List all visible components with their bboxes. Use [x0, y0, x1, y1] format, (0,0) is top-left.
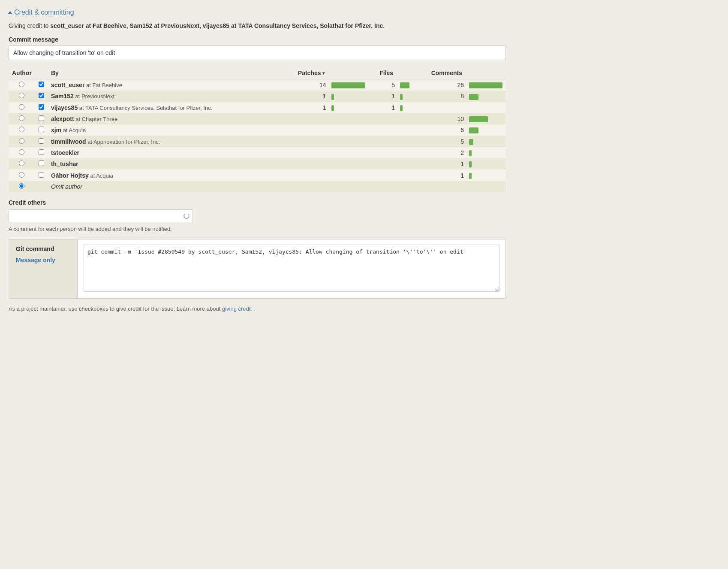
patches-count [281, 147, 328, 158]
author-checkbox[interactable] [39, 127, 44, 132]
comments-count: 6 [413, 124, 466, 136]
section-header[interactable]: Credit & committing [9, 9, 506, 16]
author-at: at Chapter Three [74, 116, 118, 122]
patches-bar [331, 105, 334, 111]
section-title: Credit & committing [14, 9, 74, 16]
author-checkbox[interactable] [39, 82, 44, 87]
comments-bar-cell [466, 113, 506, 124]
author-checkbox-cell[interactable] [35, 169, 48, 181]
omit-blank-cell [35, 181, 48, 192]
patches-count [281, 124, 328, 136]
credit-others-input[interactable] [9, 209, 193, 222]
patches-bar [331, 94, 334, 100]
author-checkbox-cell[interactable] [35, 102, 48, 113]
author-checkbox-cell[interactable] [35, 147, 48, 158]
files-count: 1 [368, 91, 397, 102]
patches-bar-cell [328, 79, 368, 91]
comments-count: 1 [413, 169, 466, 181]
giving-credit-link[interactable]: giving credit [222, 306, 252, 312]
table-row: th_tushar1 [9, 158, 506, 169]
author-radio-cell[interactable] [9, 102, 35, 113]
credit-others-hint: A comment for each person will be added … [9, 226, 506, 232]
author-checkbox-cell[interactable] [35, 136, 48, 147]
author-name: vijaycs85 [51, 104, 78, 111]
table-row: timmillwood at Appnovation for Pfizer, I… [9, 136, 506, 147]
files-bar [400, 105, 403, 111]
author-checkbox[interactable] [39, 149, 44, 155]
files-header: Files [368, 67, 397, 79]
author-radio-cell[interactable] [9, 113, 35, 124]
author-checkbox[interactable] [39, 104, 44, 110]
giving-credit-authors: scott_euser at Fat Beehive, Sam152 at Pr… [50, 22, 385, 29]
authors-table: Author By Patches ▾ Files Comments scott… [9, 67, 506, 192]
author-checkbox-cell[interactable] [35, 113, 48, 124]
comments-count: 8 [413, 91, 466, 102]
author-radio-cell[interactable] [9, 79, 35, 91]
files-bar-cell [397, 124, 413, 136]
patches-bar-cell [328, 147, 368, 158]
comments-header: Comments [413, 67, 466, 79]
author-checkbox[interactable] [39, 138, 44, 144]
files-count [368, 113, 397, 124]
collapse-triangle-icon[interactable] [8, 11, 12, 14]
patches-header[interactable]: Patches ▾ [281, 67, 328, 79]
patches-count [281, 136, 328, 147]
author-checkbox[interactable] [39, 115, 44, 121]
comments-bar-header [466, 67, 506, 79]
author-name: alexpott [51, 115, 74, 122]
comments-bar [469, 150, 472, 156]
comments-bar [469, 82, 502, 88]
comments-count [413, 102, 466, 113]
author-checkbox-cell[interactable] [35, 79, 48, 91]
author-radio[interactable] [19, 160, 24, 166]
author-radio-cell[interactable] [9, 91, 35, 102]
author-radio[interactable] [19, 115, 24, 121]
author-radio-cell[interactable] [9, 124, 35, 136]
files-bar-cell [397, 136, 413, 147]
author-radio-cell[interactable] [9, 169, 35, 181]
omit-radio-cell[interactable] [9, 181, 35, 192]
patches-bar-cell [328, 136, 368, 147]
author-name: tstoeckler [51, 149, 79, 156]
author-checkbox-cell[interactable] [35, 158, 48, 169]
files-bar-cell [397, 113, 413, 124]
author-radio[interactable] [19, 93, 24, 98]
author-at: at Acquia [89, 173, 113, 179]
author-at: at Fat Beehive [84, 82, 122, 88]
author-radio[interactable] [19, 127, 24, 132]
author-checkbox[interactable] [39, 93, 44, 98]
author-checkbox[interactable] [39, 160, 44, 166]
git-command-content: git commit -m 'Issue #2850549 by scott_e… [78, 239, 505, 298]
author-name-cell: alexpott at Chapter Three [48, 113, 282, 124]
comments-bar-cell [466, 169, 506, 181]
author-checkbox-cell[interactable] [35, 124, 48, 136]
author-radio-cell[interactable] [9, 147, 35, 158]
author-name: xjm [51, 127, 61, 133]
table-row: Gábor Hojtsy at Acquia1 [9, 169, 506, 181]
author-radio-cell[interactable] [9, 136, 35, 147]
author-radio[interactable] [19, 104, 24, 110]
comments-count: 10 [413, 113, 466, 124]
patches-sort-icon: ▾ [322, 71, 325, 76]
credit-others-label: Credit others [9, 199, 506, 206]
table-row: Sam152 at PreviousNext118 [9, 91, 506, 102]
author-radio[interactable] [19, 172, 24, 178]
message-only-link[interactable]: Message only [16, 257, 55, 263]
patches-count: 1 [281, 102, 328, 113]
by-header: By [48, 67, 282, 79]
author-radio[interactable] [19, 82, 24, 87]
author-checkbox-cell[interactable] [35, 91, 48, 102]
patches-bar [331, 82, 365, 88]
commit-message-label: Commit message [9, 36, 506, 43]
git-command-textarea[interactable]: git commit -m 'Issue #2850549 by scott_e… [84, 245, 499, 292]
files-bar-cell [397, 158, 413, 169]
patches-count [281, 169, 328, 181]
comments-count: 5 [413, 136, 466, 147]
author-radio[interactable] [19, 138, 24, 144]
omit-radio[interactable] [19, 183, 24, 189]
author-radio-cell[interactable] [9, 158, 35, 169]
author-radio[interactable] [19, 149, 24, 155]
patches-count [281, 113, 328, 124]
author-name-cell: timmillwood at Appnovation for Pfizer, I… [48, 136, 282, 147]
author-checkbox[interactable] [39, 172, 44, 178]
